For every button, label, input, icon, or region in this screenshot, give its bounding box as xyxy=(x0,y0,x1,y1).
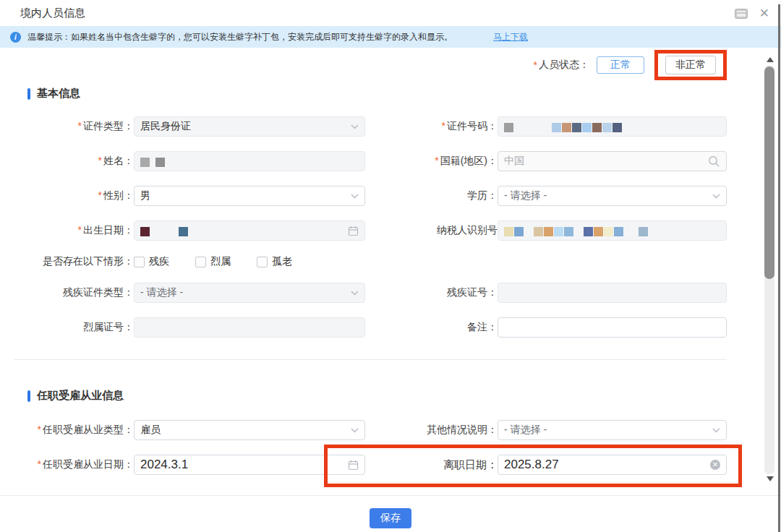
name-label: 姓名 xyxy=(103,155,124,166)
dialog-titlebar: 境内人员信息 ✕ xyxy=(0,0,781,26)
remark-label: 备注 xyxy=(383,321,498,334)
annotation-box-abnormal: 非正常 xyxy=(654,50,727,80)
redacted-cert-no xyxy=(504,121,720,132)
clear-icon[interactable]: ✕ xyxy=(710,460,720,470)
cert-no-label: 证件号码 xyxy=(447,120,487,132)
disability-cert-no-field xyxy=(498,283,727,303)
checkbox-icon[interactable] xyxy=(257,257,268,267)
form-row: *姓名 *国籍(地区) 中国 xyxy=(22,151,727,171)
info-icon: i xyxy=(10,32,21,43)
tax-id-field xyxy=(498,220,727,241)
close-icon[interactable]: ✕ xyxy=(759,7,769,20)
required-asterisk: * xyxy=(442,120,445,132)
situations-label: 是否存在以下情形 xyxy=(22,255,134,268)
nationality-label: 国籍(地区) xyxy=(440,155,487,166)
required-asterisk: * xyxy=(78,224,82,236)
education-select[interactable]: - 请选择 - xyxy=(498,186,727,206)
tax-id-label: 纳税人识别号 xyxy=(383,224,498,237)
birth-date-field[interactable] xyxy=(134,220,365,241)
domestic-personnel-dialog: 境内人员信息 ✕ i 温馨提示：如果姓名当中包含生僻字的，您可以安装生僻字补丁包… xyxy=(0,0,781,532)
section-bar-icon xyxy=(27,88,30,100)
section-employment: 任职受雇从业信息 xyxy=(27,389,727,403)
employment-date-field[interactable]: 2024.3.1 xyxy=(134,455,365,475)
calendar-icon xyxy=(348,226,359,236)
chevron-down-icon xyxy=(351,428,359,433)
required-asterisk: * xyxy=(78,120,82,132)
chevron-down-icon xyxy=(712,428,720,433)
personnel-status-label: 人员状态 xyxy=(539,59,589,72)
personnel-status-row: * 人员状态 正常 非正常 xyxy=(22,49,727,81)
employment-type-label: 任职受雇从业类型 xyxy=(43,424,124,435)
required-asterisk: * xyxy=(38,424,41,435)
resign-date-label: 离职日期 xyxy=(383,458,498,472)
required-asterisk: * xyxy=(98,155,102,166)
window-icon[interactable] xyxy=(735,9,748,19)
checkbox-icon[interactable] xyxy=(195,257,206,267)
chevron-down-icon xyxy=(351,124,359,129)
disability-cert-no-label: 残疾证号 xyxy=(383,286,498,299)
status-normal-button[interactable]: 正常 xyxy=(597,56,644,74)
employment-type-select[interactable]: 雇员 xyxy=(134,420,365,440)
required-asterisk: * xyxy=(435,155,438,166)
section-employment-title: 任职受雇从业信息 xyxy=(37,389,124,403)
chevron-down-icon xyxy=(351,291,359,296)
other-desc-label: 其他情况说明 xyxy=(383,424,498,437)
name-field xyxy=(134,151,365,171)
situations-row: 是否存在以下情形 残疾 烈属 孤老 xyxy=(22,255,727,268)
notice-banner: i 温馨提示：如果姓名当中包含生僻字的，您可以安装生僻字补丁包，安装完成后即可支… xyxy=(0,26,781,48)
other-desc-select[interactable]: - 请选择 - xyxy=(498,420,727,440)
search-icon[interactable] xyxy=(708,155,720,168)
remark-input[interactable] xyxy=(498,317,727,338)
checkbox-disabled-person[interactable]: 残疾 xyxy=(134,255,169,268)
scrollbar-down-icon[interactable] xyxy=(767,476,774,481)
calendar-icon xyxy=(348,460,359,471)
checkbox-icon[interactable] xyxy=(134,257,145,267)
scrollbar-up-icon[interactable] xyxy=(767,57,774,62)
resign-date-field[interactable]: 2025.8.27 ✕ xyxy=(498,455,727,475)
martyr-cert-no-field xyxy=(134,317,365,338)
download-link[interactable]: 马上下载 xyxy=(493,31,528,43)
dialog-footer: 保存 xyxy=(0,495,781,528)
birth-date-label: 出生日期 xyxy=(83,224,124,236)
disability-cert-type-select[interactable]: - 请选择 - xyxy=(134,283,365,303)
chevron-down-icon xyxy=(351,194,359,199)
nationality-field[interactable]: 中国 xyxy=(498,151,727,171)
form-row: *证件类型 居民身份证 *证件号码 xyxy=(22,116,727,137)
cert-type-label: 证件类型 xyxy=(83,120,124,132)
form-content: * 人员状态 正常 非正常 基本信息 *证件类型 居民身份证 xyxy=(22,49,727,475)
required-asterisk: * xyxy=(534,59,537,71)
section-bar-icon xyxy=(27,390,30,402)
save-button[interactable]: 保存 xyxy=(370,508,411,528)
redacted-birth-date xyxy=(140,225,343,236)
gender-label: 性别 xyxy=(103,189,124,201)
redacted-name xyxy=(140,155,359,167)
section-basic-title: 基本信息 xyxy=(37,87,80,100)
form-row: *性别 男 学历 - 请选择 - xyxy=(22,186,727,206)
required-asterisk: * xyxy=(38,458,41,470)
checkbox-lonely-elderly[interactable]: 孤老 xyxy=(257,255,292,268)
status-abnormal-button[interactable]: 非正常 xyxy=(665,56,716,74)
checkbox-martyr-family[interactable]: 烈属 xyxy=(195,255,231,268)
section-divider xyxy=(14,359,727,360)
cert-no-field xyxy=(498,116,727,137)
section-basic-info: 基本信息 xyxy=(27,87,727,100)
form-row: *任职受雇从业类型 雇员 其他情况说明 - 请选择 - xyxy=(22,420,727,440)
window-edge xyxy=(778,4,780,532)
redacted-tax-id xyxy=(504,225,720,236)
form-row: *任职受雇从业日期 2024.3.1 离职日期 2025.8.27 ✕ xyxy=(22,455,727,475)
notice-text: 温馨提示：如果姓名当中包含生僻字的，您可以安装生僻字补丁包，安装完成后即可支持生… xyxy=(27,31,453,43)
chevron-down-icon xyxy=(712,194,720,199)
gender-select[interactable]: 男 xyxy=(134,186,365,206)
employment-date-label: 任职受雇从业日期 xyxy=(43,458,124,470)
form-row: 残疾证件类型 - 请选择 - 残疾证号 xyxy=(22,283,727,303)
form-row: *出生日期 纳税人识别号 xyxy=(22,220,727,241)
required-asterisk: * xyxy=(98,189,102,201)
martyr-cert-no-label: 烈属证号 xyxy=(22,321,134,334)
scrollbar-thumb[interactable] xyxy=(764,66,774,279)
cert-type-select[interactable]: 居民身份证 xyxy=(134,116,365,137)
education-label: 学历 xyxy=(383,189,498,202)
form-row: 烈属证号 备注 xyxy=(22,317,727,338)
dialog-title: 境内人员信息 xyxy=(20,7,85,20)
disability-cert-type-label: 残疾证件类型 xyxy=(22,286,134,299)
